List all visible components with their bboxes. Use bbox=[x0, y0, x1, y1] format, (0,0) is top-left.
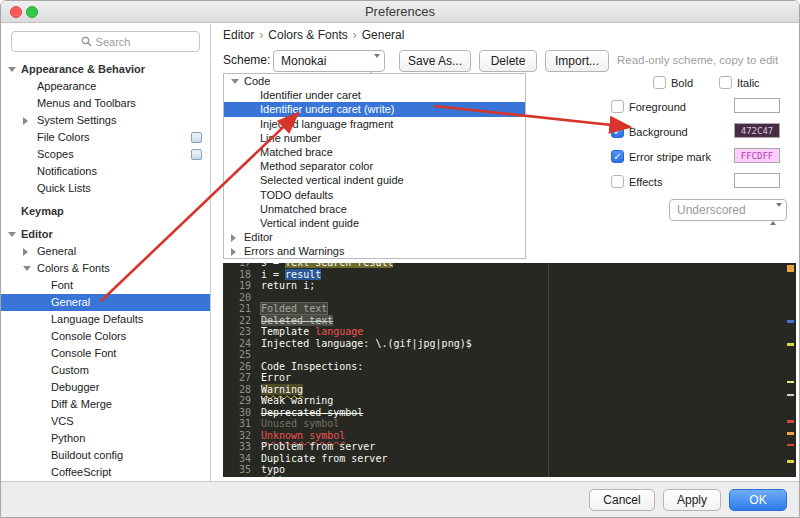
attribute-item-identifier-under-caret[interactable]: Identifier under caret bbox=[224, 88, 525, 102]
sidebar-item-python[interactable]: Python bbox=[1, 430, 210, 447]
sidebar-item-vcs[interactable]: VCS bbox=[1, 413, 210, 430]
sidebar-item-keymap[interactable]: Keymap bbox=[1, 203, 210, 220]
italic-checkbox[interactable]: Italic bbox=[719, 75, 760, 90]
attribute-item-injected-language-fragment[interactable]: Injected language fragment bbox=[224, 117, 525, 131]
sidebar-item-label: Python bbox=[51, 430, 85, 447]
breadcrumb-item-general[interactable]: General bbox=[362, 28, 405, 42]
expand-arrow-icon[interactable] bbox=[23, 117, 28, 125]
italic-checkbox-box[interactable] bbox=[719, 76, 732, 89]
attribute-item-identifier-under-caret-write[interactable]: Identifier under caret (write) bbox=[224, 102, 525, 116]
sidebar-item-buildout-config[interactable]: Buildout config bbox=[1, 447, 210, 464]
search-icon bbox=[81, 36, 92, 47]
apply-button[interactable]: Apply bbox=[663, 489, 721, 511]
preview-line: 20 bbox=[223, 292, 796, 304]
collapse-arrow-icon[interactable] bbox=[231, 79, 239, 84]
attribute-item-line-number[interactable]: Line number bbox=[224, 131, 525, 145]
sidebar-item-general[interactable]: General bbox=[1, 243, 210, 260]
attribute-item-method-separator-color[interactable]: Method separator color bbox=[224, 159, 525, 173]
color-scheme-preview[interactable]: 17s = Text search result18i = result19re… bbox=[223, 263, 796, 477]
attribute-item-vertical-indent-guide[interactable]: Vertical indent guide bbox=[224, 216, 525, 230]
sidebar-item-file-colors[interactable]: File Colors bbox=[1, 129, 210, 146]
expand-arrow-icon[interactable] bbox=[231, 234, 236, 242]
sidebar-item-scopes[interactable]: Scopes bbox=[1, 146, 210, 163]
sidebar-item-label: Notifications bbox=[37, 163, 97, 180]
effects-checkbox[interactable]: Effects bbox=[611, 174, 662, 189]
bold-checkbox[interactable]: Bold bbox=[653, 75, 693, 90]
preview-line-number: 18 bbox=[223, 269, 251, 281]
foreground-swatch[interactable] bbox=[734, 98, 780, 113]
sidebar-item-system-settings[interactable]: System Settings bbox=[1, 112, 210, 129]
collapse-arrow-icon[interactable] bbox=[8, 67, 16, 72]
preview-segment-unknown: Unknown symbol bbox=[261, 430, 345, 441]
error-stripe-checkbox[interactable]: Error stripe mark bbox=[611, 149, 711, 164]
sidebar-item-font[interactable]: Font bbox=[1, 277, 210, 294]
save-as-button[interactable]: Save As... bbox=[399, 50, 471, 72]
sidebar-item-notifications[interactable]: Notifications bbox=[1, 163, 210, 180]
collapse-arrow-icon[interactable] bbox=[23, 266, 31, 271]
sidebar-item-label: Keymap bbox=[21, 203, 64, 220]
preview-line: 34Duplicate from server bbox=[223, 453, 796, 465]
import-button[interactable]: Import... bbox=[545, 50, 609, 72]
error-stripe-swatch[interactable]: FFCDFF bbox=[734, 148, 780, 163]
attribute-item-selected-vertical-indent-guide[interactable]: Selected vertical indent guide bbox=[224, 173, 525, 187]
sidebar-item-colors-fonts[interactable]: Colors & Fonts bbox=[1, 260, 210, 277]
attribute-item-unmatched-brace[interactable]: Unmatched brace bbox=[224, 202, 525, 216]
sidebar-item-debugger[interactable]: Debugger bbox=[1, 379, 210, 396]
ok-button[interactable]: OK bbox=[729, 489, 787, 511]
sidebar-item-label: Scopes bbox=[37, 146, 74, 163]
effects-checkbox-box[interactable] bbox=[611, 175, 624, 188]
close-button[interactable] bbox=[10, 6, 22, 18]
preview-line-number: 23 bbox=[223, 326, 251, 338]
sidebar-item-coffeescript[interactable]: CoffeeScript bbox=[1, 464, 210, 481]
sidebar-item-label: Custom bbox=[51, 362, 89, 379]
attribute-item-todo-defaults[interactable]: TODO defaults bbox=[224, 188, 525, 202]
bold-checkbox-box[interactable] bbox=[653, 76, 666, 89]
sidebar-item-custom[interactable]: Custom bbox=[1, 362, 210, 379]
sidebar-item-appearance-behavior[interactable]: Appearance & Behavior bbox=[1, 61, 210, 78]
foreground-checkbox-box[interactable] bbox=[611, 100, 624, 113]
background-swatch[interactable]: 472C47 bbox=[734, 123, 780, 138]
attribute-item-errors-and-warnings[interactable]: Errors and Warnings bbox=[224, 244, 525, 258]
attribute-item-matched-brace[interactable]: Matched brace bbox=[224, 145, 525, 159]
sidebar-item-console-colors[interactable]: Console Colors bbox=[1, 328, 210, 345]
foreground-checkbox[interactable]: Foreground bbox=[611, 99, 686, 114]
breadcrumb-item-colors-fonts[interactable]: Colors & Fonts bbox=[268, 28, 347, 42]
search-input[interactable]: Search bbox=[11, 31, 200, 52]
sidebar-item-diff-merge[interactable]: Diff & Merge bbox=[1, 396, 210, 413]
expand-arrow-icon[interactable] bbox=[23, 248, 28, 256]
error-stripe-mark bbox=[787, 460, 794, 463]
error-stripe-mark bbox=[787, 432, 794, 435]
attribute-item-code[interactable]: Code bbox=[224, 74, 525, 88]
error-stripe-mark bbox=[787, 265, 794, 272]
cancel-button[interactable]: Cancel bbox=[589, 489, 655, 511]
delete-button[interactable]: Delete bbox=[479, 50, 537, 72]
combo-arrows-icon bbox=[368, 55, 380, 75]
breadcrumb-item-editor[interactable]: Editor bbox=[223, 28, 254, 42]
sidebar-item-language-defaults[interactable]: Language Defaults bbox=[1, 311, 210, 328]
zoom-button[interactable] bbox=[26, 6, 38, 18]
error-stripe-checkbox-box[interactable] bbox=[611, 150, 624, 163]
preview-segment-duplicate: Duplicate from server bbox=[261, 453, 387, 464]
background-checkbox-box[interactable] bbox=[611, 125, 624, 138]
preview-line-code: Template language bbox=[261, 326, 363, 338]
sidebar-item-appearance[interactable]: Appearance bbox=[1, 78, 210, 95]
attribute-item-label: TODO defaults bbox=[260, 188, 333, 202]
preview-line: 23Template language bbox=[223, 326, 796, 338]
sidebar-item-menus-and-toolbars[interactable]: Menus and Toolbars bbox=[1, 95, 210, 112]
attribute-item-editor[interactable]: Editor bbox=[224, 230, 525, 244]
sidebar-item-quick-lists[interactable]: Quick Lists bbox=[1, 180, 210, 197]
sidebar-item-editor[interactable]: Editor bbox=[1, 226, 210, 243]
sidebar-item-general[interactable]: General bbox=[1, 294, 210, 311]
sidebar-item-console-font[interactable]: Console Font bbox=[1, 345, 210, 362]
attribute-item-label: Vertical indent guide bbox=[260, 216, 359, 230]
collapse-arrow-icon[interactable] bbox=[8, 232, 16, 237]
background-checkbox[interactable]: Background bbox=[611, 124, 688, 139]
preview-line-code: Error bbox=[261, 372, 291, 384]
preview-line-code: Unknown symbol bbox=[261, 430, 345, 442]
dialog-footer: Cancel Apply OK bbox=[1, 481, 799, 517]
expand-arrow-icon[interactable] bbox=[231, 248, 236, 256]
scheme-select[interactable]: Monokai bbox=[273, 50, 385, 72]
preview-line: 35typo bbox=[223, 464, 796, 476]
effect-style-select[interactable]: Underscored bbox=[669, 199, 787, 221]
effects-swatch[interactable] bbox=[734, 173, 780, 188]
